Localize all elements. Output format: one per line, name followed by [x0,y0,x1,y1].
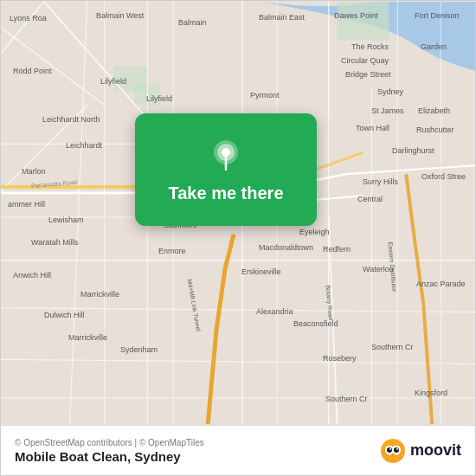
app-container: Lyons Roa Balmain West Balmain Balmain E… [0,0,476,476]
map-area: Lyons Roa Balmain West Balmain Balmain E… [1,1,475,425]
map-label-town-hall: Town Hall [356,124,389,132]
svg-point-39 [394,447,399,453]
map-label-bridge-street: Bridge Street [345,70,391,79]
map-label-lewisham: Lewisham [48,215,84,224]
map-label-botany-road: Botany Road [325,285,335,320]
map-label-darlinghurst: Darlinghurst [392,146,434,155]
map-label-lilyfield2: Lilyfield [146,94,172,103]
map-label-central: Central [357,195,383,203]
map-label-surry-hills: Surry Hills [363,177,398,186]
moovit-text: moovit [410,441,461,460]
map-label-leichhardt: Leichhardt [66,141,102,150]
map-label-st-james: St James [371,106,404,115]
map-label-elizabeth: Elizabeth [418,106,450,115]
map-label-anwich-hill: Anwich Hill [13,271,51,280]
map-label-balmain-west: Balmain West [96,11,144,20]
map-label-redfern: Redfern [323,245,351,254]
bottom-bar: © OpenStreetMap contributors | © OpenMap… [1,425,475,475]
place-name: Mobile Boat Clean, Sydney [15,449,204,464]
map-label-balmain-east: Balmain East [259,13,305,22]
map-label-lyons: Lyons Roa [10,14,47,23]
map-label-rosebery: Rosebery [323,354,357,363]
take-me-there-button[interactable]: Take me there [135,113,317,226]
map-label-waratah-mills: Waratah Mills [31,238,78,247]
map-label-the-rocks: The Rocks [351,42,389,51]
map-label-waterloo: Waterloo [363,265,394,273]
map-label-alexandria: Alexandria [256,307,293,316]
svg-point-38 [387,447,392,453]
map-label-oxford-st: Oxford Stree [421,172,466,181]
map-label-sydenham: Sydenham [120,345,158,354]
map-label-eastern-distributor: Eastern Distributor [388,241,398,292]
svg-point-40 [389,448,391,450]
pin-icon [207,137,245,175]
map-label-ammer-hill: ammer Hill [8,200,45,209]
bottom-left: © OpenStreetMap contributors | © OpenMap… [15,438,204,464]
map-label-macdonaldtown: Macdonaldtown [259,243,313,252]
map-label-pyrmont: Pyrmont [250,91,280,100]
map-label-enmore: Enmore [158,247,186,255]
map-label-m4m8: M4+M8 Link Tunnel [187,279,203,332]
moovit-logo: moovit [379,437,461,465]
map-label-southern-cr2: Southern Cr [325,395,368,403]
cta-label: Take me there [168,183,283,203]
map-label-dawes-point: Dawes Point [334,11,378,20]
map-label-beaconsfield: Beaconsfield [293,319,338,328]
map-label-erskineville: Erskineville [241,267,281,276]
map-label-marlon: Marlon [22,167,46,176]
attribution-text: © OpenStreetMap contributors | © OpenMap… [15,438,204,447]
map-label-eyeleigh: Eyeleigh [299,228,330,236]
moovit-icon [379,437,407,465]
map-label-lilyfield1: Lilyfield [100,77,126,86]
map-label-southern-cr: Southern Cr [371,343,414,351]
map-label-garden: Garden [421,42,447,51]
map-label-fort-denison: Fort Denison [415,11,460,20]
map-label-rodd-point: Rodd Point [13,67,52,75]
map-label-anzac-parade: Anzac Parade [416,280,466,288]
map-label-circular-quay: Circular Quay [341,56,389,65]
map-label-kingsford: Kingsford [415,389,447,397]
map-label-marrickville1: Marrickville [80,290,119,299]
map-label-leichhardt-north: Leichhardt North [42,115,100,124]
svg-point-41 [396,448,398,450]
map-label-sydney: Sydney [377,87,403,96]
map-label-marrickville2: Marrickville [68,333,107,342]
map-label-rushcutter: Rushcutter [416,125,454,134]
map-label-balmain: Balmain [178,18,207,27]
map-label-dulwich-hill: Dulwich Hill [44,311,85,319]
map-label-parramatta-road: Parramatta Road [31,179,78,190]
